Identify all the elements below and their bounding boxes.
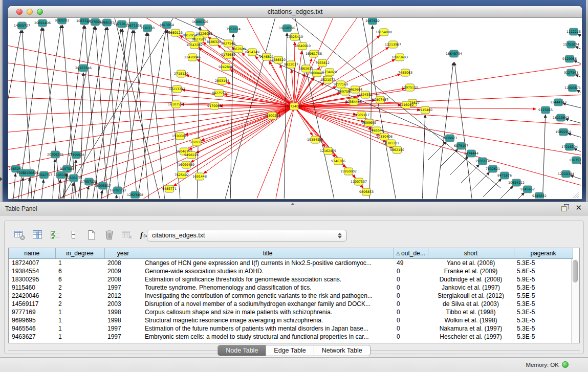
graph-node[interactable]: 16961758 xyxy=(306,50,322,57)
graph-node[interactable]: 9245832 xyxy=(532,192,547,199)
graph-node[interactable]: 7955812 xyxy=(315,59,330,67)
table-cell[interactable]: 2 xyxy=(55,292,104,300)
graph-node[interactable]: 14055727 xyxy=(14,22,30,29)
table-cell[interactable]: 14569117 xyxy=(9,300,55,308)
table-cell[interactable]: Wolkin et al. (1998) xyxy=(428,316,514,324)
graph-node[interactable]: 6734028 xyxy=(322,69,337,76)
table-cell[interactable]: 5.5E-5 xyxy=(514,292,573,300)
table-cell[interactable]: Estimation of the future numbers of pati… xyxy=(142,324,394,333)
table-selector-dropdown[interactable]: citations_edges.txt xyxy=(147,230,347,242)
graph-node[interactable]: 1167533 xyxy=(569,157,581,164)
graph-node[interactable]: 6879197 xyxy=(454,142,468,149)
graph-node[interactable]: 12213967 xyxy=(385,41,401,48)
table-cell[interactable]: Disruption of a novel member of a sodium… xyxy=(142,300,394,308)
table-cell[interactable]: Hescheler et al. (1997) xyxy=(428,333,514,341)
graph-node[interactable]: 1112225 xyxy=(567,28,581,35)
table-cell[interactable]: 2008 xyxy=(104,275,142,283)
graph-node[interactable]: 6966161 xyxy=(100,19,114,26)
graph-node[interactable]: 20153346 xyxy=(75,64,92,72)
graph-node[interactable]: 15892901 xyxy=(555,128,572,136)
table-cell[interactable]: 1998 xyxy=(104,308,142,316)
window-resize-grip[interactable] xyxy=(573,191,579,198)
graph-node[interactable]: 16099489 xyxy=(178,161,194,168)
table-row[interactable]: 946554611997Estimation of the future num… xyxy=(9,324,573,333)
table-cell[interactable]: 1 xyxy=(55,308,104,316)
table-cell[interactable]: 1 xyxy=(55,333,104,341)
graph-node[interactable]: 10653287 xyxy=(76,18,93,25)
table-scrollbar-thumb[interactable] xyxy=(573,260,578,282)
graph-node[interactable]: 9245652 xyxy=(520,186,535,193)
table-cell[interactable]: Corpus callosum shape and size in male p… xyxy=(142,308,394,316)
graph-node[interactable]: 9129966 xyxy=(562,55,577,62)
graph-node[interactable]: 7832621 xyxy=(486,165,500,172)
graph-node[interactable]: 15166822 xyxy=(172,133,188,140)
graph-node[interactable]: 7957224 xyxy=(226,26,241,33)
table-cell[interactable]: 5.3E-5 xyxy=(514,324,573,333)
table-row[interactable]: 911546021997Tourette syndrome. Phenomeno… xyxy=(9,283,573,292)
table-cell[interactable]: 2003 xyxy=(104,300,142,308)
table-cell[interactable]: Franke et al. (2009) xyxy=(428,267,514,275)
table-cell[interactable]: 5.9E-5 xyxy=(514,275,573,283)
table-cell[interactable]: 18300295 xyxy=(9,275,55,283)
graph-node[interactable]: 9699695 xyxy=(362,119,376,126)
table-row[interactable]: 1830029562008Estimation of significance … xyxy=(9,275,573,283)
column-header-year[interactable]: year xyxy=(104,248,142,259)
graph-node[interactable]: 2935114 xyxy=(475,158,490,165)
column-header-in_degree[interactable]: in_degree xyxy=(55,248,104,259)
panel-splitter-handle[interactable] xyxy=(291,203,295,205)
graph-node[interactable]: 12975115 xyxy=(402,84,418,91)
graph-node[interactable]: 9862150 xyxy=(390,146,404,154)
table-cell[interactable]: 0 xyxy=(394,292,428,300)
graph-node[interactable]: 1691448 xyxy=(192,173,207,180)
table-cell[interactable]: 1 xyxy=(55,259,104,268)
graph-node[interactable]: 10807487 xyxy=(372,96,388,103)
delete-columns-icon[interactable] xyxy=(102,228,116,242)
graph-node[interactable]: 7485063 xyxy=(398,69,412,76)
graph-node[interactable]: 9146821 xyxy=(259,53,274,60)
graph-node[interactable]: 2867608 xyxy=(231,46,246,53)
column-header-short[interactable]: short xyxy=(428,248,514,259)
table-cell[interactable]: 1 xyxy=(55,316,104,324)
graph-node[interactable]: 1588520 xyxy=(271,56,286,63)
table-cell[interactable]: 5.3E-5 xyxy=(514,333,573,341)
graph-node[interactable]: 16154808 xyxy=(376,29,392,36)
table-cell[interactable]: 6 xyxy=(55,267,104,275)
table-mode-icon[interactable] xyxy=(12,228,27,242)
graph-node[interactable]: 9822037 xyxy=(284,61,298,68)
table-cell[interactable]: 18724007 xyxy=(9,259,55,268)
table-cell[interactable]: Yano et al. (2008) xyxy=(428,259,514,268)
graph-node[interactable]: 16880126 xyxy=(192,18,208,26)
graph-node[interactable]: 9115955 xyxy=(538,106,553,114)
close-panel-icon[interactable]: ✕ xyxy=(575,204,582,211)
table-row[interactable]: 1938455462009Genome-wide association stu… xyxy=(9,267,573,275)
show-columns-icon[interactable] xyxy=(30,228,45,242)
panel-collapse-arrow-icon[interactable] xyxy=(0,177,3,181)
tab-node-table[interactable]: Node Table xyxy=(218,345,266,356)
table-row[interactable]: 1872400712008Changes of HCN gene express… xyxy=(9,259,573,268)
table-cell[interactable]: 0 xyxy=(394,283,428,292)
table-cell[interactable]: 0 xyxy=(394,267,428,275)
table-cell[interactable]: Jankovic et al. (1997) xyxy=(428,283,514,292)
table-scrollbar[interactable] xyxy=(571,259,579,343)
table-cell[interactable]: 2 xyxy=(55,283,104,292)
graph-node[interactable]: 8471676 xyxy=(497,172,512,179)
graph-node[interactable]: 19218596 xyxy=(279,25,295,32)
graph-node[interactable]: 20206576 xyxy=(47,151,63,158)
network-window-titlebar[interactable]: citations_edges.txt xyxy=(8,6,582,18)
table-cell[interactable]: 5.3E-5 xyxy=(514,259,573,268)
table-cell[interactable]: 6 xyxy=(55,275,104,283)
graph-node[interactable]: 9485771 xyxy=(162,185,177,192)
create-column-icon[interactable] xyxy=(84,228,98,242)
graph-node[interactable]: 16648794 xyxy=(446,50,462,57)
table-cell[interactable]: Structural magnetic resonance image aver… xyxy=(142,316,394,324)
table-row[interactable]: 1456911722003Disruption of a novel membe… xyxy=(9,300,573,308)
table-cell[interactable]: 19384554 xyxy=(9,267,55,275)
graph-node[interactable]: 15276062 xyxy=(87,18,103,26)
table-cell[interactable]: 49 xyxy=(394,259,428,268)
tab-edge-table[interactable]: Edge Table xyxy=(266,345,314,356)
table-cell[interactable]: 0 xyxy=(394,324,428,333)
graph-node[interactable]: 14569117 xyxy=(353,112,369,119)
table-cell[interactable]: de Silva et al. (2003) xyxy=(428,300,514,308)
table-panel-header[interactable]: Table Panel ✕ xyxy=(0,202,588,215)
graph-node[interactable]: 19671358 xyxy=(125,22,142,29)
